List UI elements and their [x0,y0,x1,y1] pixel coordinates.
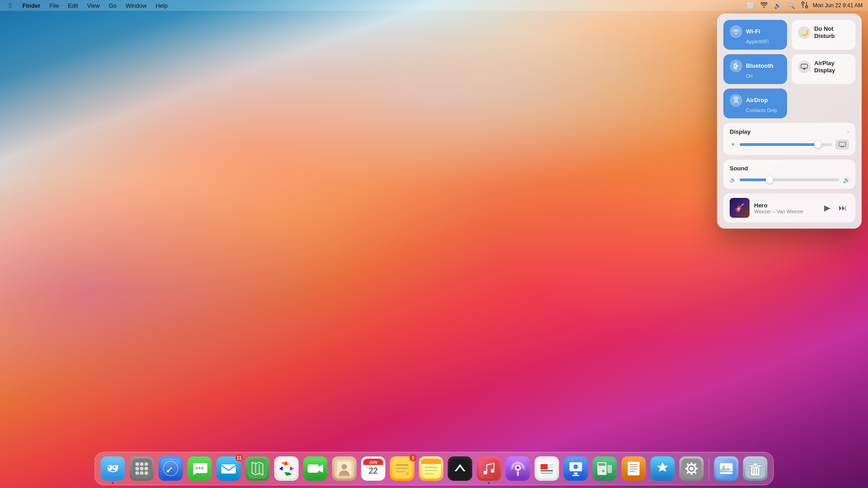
search-menubar-icon[interactable]: 🔍 [786,1,797,10]
svg-rect-45 [308,465,319,473]
dock-launchpad[interactable] [128,455,156,482]
airplaydisplay-tile[interactable]: AirPlay Display [792,54,855,84]
dock-contacts[interactable] [331,455,358,482]
finder-icon [101,456,125,481]
dock-facetime[interactable] [302,455,329,482]
svg-rect-77 [517,471,519,476]
volume-icon: 🔊 [843,176,849,183]
bluetooth-tile-header: Bluetooth [730,60,781,72]
dock-safari[interactable] [157,455,184,482]
airdrop-tile-icon [730,94,742,107]
volume-low-icon: 🔈 [730,177,736,183]
bluetooth-title: Bluetooth [746,62,774,70]
dock-appstore[interactable] [649,455,676,482]
menubar-right: ⬜ 🔊 🔍 [745,0,863,11]
svg-rect-80 [541,473,553,474]
menubar-view[interactable]: View [84,1,104,10]
now-playing-title: Hero [754,202,816,209]
wifi-tile-inner: Wi-Fi AppleWiFi [730,25,781,44]
donotdisturb-title: Do Not Disturb [814,25,849,39]
appstore-icon [651,456,675,481]
display-settings-btn[interactable] [835,140,849,150]
dock-messages[interactable] [186,455,213,482]
svg-rect-54 [352,472,354,475]
play-pause-btn[interactable]: ▶ [821,202,834,214]
brightness-slider-thumb[interactable] [814,141,821,148]
svg-rect-92 [602,467,605,469]
svg-rect-95 [608,465,612,473]
dock-preview[interactable] [713,455,740,482]
svg-rect-98 [630,464,638,465]
volume-row: 🔈 🔊 [730,176,849,183]
cc-second-row: Bluetooth On AirPlay Displa [723,54,855,84]
safari-icon [159,456,183,481]
donotdisturb-tile[interactable]: 🌙 Do Not Disturb [792,20,855,50]
dock-pages[interactable] [620,455,647,482]
bluetooth-tile-inner: Bluetooth On [730,60,781,79]
dock-trash[interactable] [742,455,769,482]
dock-stickies[interactable]: 3 [389,455,416,482]
desktop:  Finder File Edit View Go Window Help ⬜… [0,0,868,488]
dock-news[interactable] [533,455,561,482]
svg-point-25 [145,467,148,470]
menubar-finder[interactable]: Finder [19,1,44,10]
dock-mail[interactable]: 11 [215,455,242,482]
airdrop-tile[interactable]: AirDrop Contacts Only [723,89,787,118]
dock-numbers[interactable] [591,455,618,482]
dock-keynote[interactable] [562,455,590,482]
svg-rect-9 [839,142,846,146]
volume-slider[interactable] [740,178,839,181]
svg-rect-49 [335,463,337,466]
music-dot [488,482,490,484]
dock-podcasts[interactable] [505,455,532,482]
svg-rect-71 [479,459,499,479]
stickies-badge: 3 [410,454,417,461]
svg-rect-62 [396,468,409,469]
volume-slider-thumb[interactable] [766,176,773,183]
svg-text:22: 22 [368,466,377,475]
brightness-slider[interactable] [740,143,832,146]
dock-system-preferences[interactable] [678,455,705,482]
menubar-window[interactable]: Window [122,1,150,10]
dock-music[interactable] [476,455,503,482]
donotdisturb-tile-header: 🌙 Do Not Disturb [798,25,849,39]
menubar-edit[interactable]: Edit [64,1,81,10]
calendar-icon: JUN 22 [361,456,386,481]
svg-point-22 [145,462,148,466]
wifi-menubar-icon[interactable] [759,1,769,10]
control-center-panel: Wi-Fi AppleWiFi 🌙 Do Not Disturb [717,14,862,229]
cc-third-row: AirDrop Contacts Only [723,89,855,118]
menubar-help[interactable]: Help [152,1,171,10]
menubar-go[interactable]: Go [105,1,120,10]
sound-menubar-icon[interactable]: 🔊 [772,1,783,10]
brightness-slider-fill [740,143,818,146]
mail-badge: 11 [235,454,243,461]
controlcenter-menubar-icon[interactable] [799,0,810,11]
svg-rect-61 [396,464,409,466]
bluetooth-tile[interactable]: Bluetooth On [723,54,787,84]
dock-appletv[interactable] [447,455,474,482]
dock-maps[interactable] [244,455,271,482]
dock-photos[interactable] [273,455,300,482]
airplaydisplay-tile-header: AirPlay Display [798,60,849,74]
svg-point-26 [136,471,139,475]
airplaydisplay-tile-icon [798,61,811,73]
dock-calendar[interactable]: JUN 22 [360,455,387,482]
skip-forward-btn[interactable]: ⏭ [836,202,849,214]
wifi-tile[interactable]: Wi-Fi AppleWiFi [723,20,787,50]
svg-rect-69 [425,473,434,474]
menubar-file[interactable]: File [46,1,62,10]
apple-menu[interactable]:  [5,1,15,10]
dock-notes[interactable] [418,455,445,482]
screen-mirroring-icon[interactable]: ⬜ [745,1,756,10]
now-playing-artist: Weezer – Van Weezer [754,209,816,214]
bluetooth-subtitle: On [746,73,781,79]
dock: 11 [94,452,774,485]
dock-finder[interactable] [99,455,127,482]
display-section-arrow[interactable]: › [847,129,849,135]
svg-point-76 [517,466,519,469]
contacts-icon [332,456,357,481]
svg-point-23 [136,467,139,470]
sound-section-title: Sound [730,165,748,172]
svg-point-43 [284,466,289,471]
